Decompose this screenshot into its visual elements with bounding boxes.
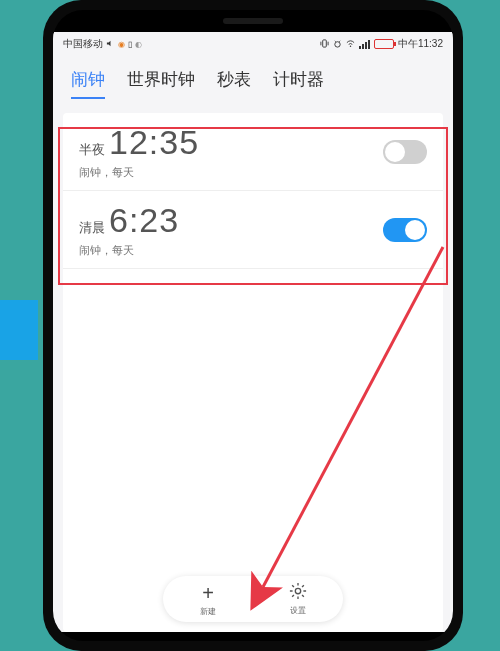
bottom-action-bar: + 新建 设置 [163, 576, 343, 622]
new-label: 新建 [200, 606, 216, 617]
alarm-time: 6:23 [109, 201, 179, 240]
alarm-toggle[interactable] [383, 218, 427, 242]
tab-world-clock[interactable]: 世界时钟 [127, 68, 195, 99]
svg-line-4 [335, 40, 336, 41]
svg-point-3 [335, 41, 340, 46]
vibrate-icon [320, 39, 329, 50]
tab-stopwatch[interactable]: 秒表 [217, 68, 251, 99]
alarm-icon [333, 39, 342, 50]
svg-rect-0 [323, 39, 327, 46]
alarm-time: 12:35 [109, 123, 199, 162]
gear-icon [289, 582, 307, 604]
carrier-label: 中国移动 [63, 37, 103, 51]
battery-icon [374, 39, 394, 49]
svg-point-6 [350, 45, 351, 46]
screen: 中国移动 ◉ ▯ ◐ [53, 32, 453, 632]
svg-line-5 [339, 40, 340, 41]
wifi-icon [346, 39, 355, 50]
app-badge-icon-2: ▯ [128, 40, 132, 49]
svg-point-7 [295, 588, 300, 593]
phone-notch [53, 10, 453, 32]
app-badge-icon-3: ◐ [135, 40, 142, 49]
time-label: 中午11:32 [398, 37, 443, 51]
toggle-knob [385, 142, 405, 162]
settings-button[interactable]: 设置 [253, 576, 343, 622]
plus-icon: + [202, 582, 214, 605]
alarm-sub: 闹钟，每天 [79, 165, 383, 180]
alarm-row[interactable]: 半夜 12:35 闹钟，每天 [63, 113, 443, 191]
tab-alarm[interactable]: 闹钟 [71, 68, 105, 99]
tab-bar: 闹钟 世界时钟 秒表 计时器 [53, 56, 453, 107]
alarm-list: 半夜 12:35 闹钟，每天 清晨 6:23 [63, 113, 443, 632]
app-badge-icon: ◉ [118, 40, 125, 49]
tab-timer[interactable]: 计时器 [273, 68, 324, 99]
toggle-knob [405, 220, 425, 240]
signal-icon [359, 40, 370, 49]
sound-wave-icon [106, 39, 115, 50]
speaker-grille [223, 18, 283, 24]
decorative-blue-rect [0, 300, 38, 360]
status-bar: 中国移动 ◉ ▯ ◐ [53, 32, 453, 56]
phone-frame: 中国移动 ◉ ▯ ◐ [43, 0, 463, 651]
alarm-sub: 闹钟，每天 [79, 243, 383, 258]
new-button[interactable]: + 新建 [163, 576, 253, 622]
alarm-period: 清晨 [79, 219, 105, 237]
settings-label: 设置 [290, 605, 306, 616]
alarm-period: 半夜 [79, 141, 105, 159]
alarm-row[interactable]: 清晨 6:23 闹钟，每天 [63, 191, 443, 269]
alarm-toggle[interactable] [383, 140, 427, 164]
